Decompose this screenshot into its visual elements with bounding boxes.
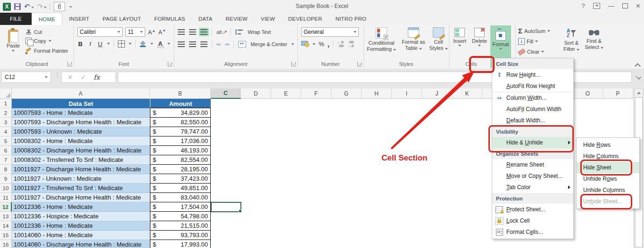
sort-filter-button[interactable]: AZ Sort &Filter xyxy=(561,26,582,52)
minimize-icon[interactable]: — xyxy=(608,2,614,9)
paste-button[interactable]: Paste xyxy=(3,27,24,65)
underline-button[interactable]: U xyxy=(97,40,103,48)
submenu-item-hide-rows[interactable]: Hide Rows xyxy=(577,139,639,151)
row-header-2[interactable]: 2 xyxy=(0,108,12,118)
name-box[interactable]: C12 xyxy=(1,72,51,83)
table-row-7-label[interactable]: 10008302 - Trnsferred To Snf : Medicate xyxy=(12,155,150,165)
table-row-12-amount[interactable]: $17,504.00 xyxy=(150,202,211,212)
font-dialog-launcher[interactable] xyxy=(168,62,173,66)
number-format-combo[interactable]: General xyxy=(301,27,359,37)
align-center-icon[interactable] xyxy=(189,41,196,47)
column-header-P[interactable]: P xyxy=(603,88,633,99)
menu-item-autofit-row-height[interactable]: AutoFit Row Height xyxy=(492,80,573,92)
collapse-ribbon-icon[interactable] xyxy=(636,63,640,66)
shrink-font-button[interactable]: A▼ xyxy=(158,29,166,36)
middle-align-icon[interactable] xyxy=(189,29,196,35)
table-row-9-amount[interactable]: $37,423.00 xyxy=(150,174,211,184)
close-icon[interactable]: × xyxy=(636,2,640,9)
grow-font-button[interactable]: A▲ xyxy=(148,29,156,36)
wrap-text-button[interactable]: Wrap Text xyxy=(248,29,271,35)
accounting-dropdown[interactable] xyxy=(313,43,315,45)
table-row-14-label[interactable]: 10012336 - Home : Medicate xyxy=(12,221,150,231)
find-select-button[interactable]: Find &Select xyxy=(583,26,605,50)
italic-button[interactable]: I xyxy=(87,40,93,48)
row-header-6[interactable]: 6 xyxy=(0,146,12,155)
align-right-icon[interactable] xyxy=(200,41,207,47)
comma-style-button[interactable]: , xyxy=(328,40,330,48)
tab-review[interactable]: REVIEW xyxy=(219,13,255,25)
table-row-16-label[interactable]: 10014060 - Discharge Home Health : Medic… xyxy=(12,240,150,248)
row-header-7[interactable]: 7 xyxy=(0,155,12,165)
menu-item-default-width[interactable]: Default Width... xyxy=(492,115,573,126)
table-row-3-amount[interactable]: $82,550.00 xyxy=(150,117,211,127)
menu-item-format-cells[interactable]: Format Cells... xyxy=(492,226,573,238)
submenu-item-unhide-rows[interactable]: Unhide Rows xyxy=(577,173,639,184)
increase-decimal-icon[interactable]: ←.0.00 xyxy=(337,40,344,48)
column-header-E[interactable]: E xyxy=(271,88,301,99)
row-header-13[interactable]: 13 xyxy=(0,212,12,221)
table-row-3-label[interactable]: 10007593 - Discharge Home Health : Medic… xyxy=(12,118,150,127)
insert-button[interactable]: Insert xyxy=(450,25,470,47)
column-header-A[interactable]: A xyxy=(12,88,150,99)
bold-button[interactable]: B xyxy=(77,40,83,48)
column-header-K[interactable]: K xyxy=(452,88,482,99)
table-row-15-amount[interactable]: $93,793.00 xyxy=(150,230,211,240)
table-row-11-label[interactable]: 10011927 - Discharge Home Health : Medic… xyxy=(12,193,150,202)
bottom-align-icon[interactable] xyxy=(200,29,207,35)
table-row-8-amount[interactable]: $28,195.00 xyxy=(150,164,211,174)
menu-item-move-or-copy-sheet[interactable]: Move or Copy Sheet... xyxy=(492,170,573,182)
format-painter-button[interactable]: Format Painter xyxy=(25,47,68,55)
row-header-15[interactable]: 15 xyxy=(0,231,12,240)
table-row-11-amount[interactable]: $83,040.00 xyxy=(150,192,211,202)
delete-button[interactable]: Delete xyxy=(470,25,489,47)
conditional-formatting-button[interactable]: ConditionalFormatting xyxy=(365,25,397,52)
cell-styles-button[interactable]: CellStyles xyxy=(429,25,448,51)
row-header-9[interactable]: 9 xyxy=(0,174,12,184)
table-row-8-label[interactable]: 10011927 - Discharge Home Health : Medic… xyxy=(12,165,150,174)
menu-item-tab-color[interactable]: Tab Color xyxy=(492,182,573,193)
underline-dropdown[interactable] xyxy=(107,43,110,45)
borders-dropdown[interactable] xyxy=(129,43,132,45)
row-header-11[interactable]: 11 xyxy=(0,193,12,202)
accounting-format-icon[interactable] xyxy=(301,41,309,47)
row-header-10[interactable]: 10 xyxy=(0,184,12,193)
table-row-5-label[interactable]: 10008302 - Home : Medicate xyxy=(12,136,150,146)
row-header-8[interactable]: 8 xyxy=(0,165,12,174)
font-name-combo[interactable]: Calibri xyxy=(77,27,123,37)
help-icon[interactable]: ? xyxy=(581,2,585,9)
merge-center-dropdown[interactable] xyxy=(291,43,294,45)
font-color-icon[interactable]: A xyxy=(157,40,164,47)
submenu-item-hide-sheet[interactable]: Hide Sheet xyxy=(577,162,639,173)
row-header-12[interactable]: 12 xyxy=(0,202,12,212)
column-header-D[interactable]: D xyxy=(241,88,271,99)
header-cell-amount[interactable]: Amount xyxy=(150,99,211,108)
menu-item-hide-unhide[interactable]: Hide & Unhide xyxy=(492,137,573,148)
active-cell-C12[interactable] xyxy=(211,202,241,212)
menu-item-rename-sheet[interactable]: Rename Sheet xyxy=(492,159,573,170)
row-header-16[interactable]: 16 xyxy=(0,240,12,248)
ribbon-display-options-icon[interactable] xyxy=(593,3,600,9)
scroll-up-icon[interactable] xyxy=(635,89,643,97)
row-header-4[interactable]: 4 xyxy=(0,127,12,136)
row-header-5[interactable]: 5 xyxy=(0,136,12,146)
tab-data[interactable]: DATA xyxy=(192,13,219,25)
column-header-O[interactable]: O xyxy=(573,88,603,99)
merge-center-button[interactable]: Merge & Center xyxy=(250,41,287,47)
row-header-14[interactable]: 14 xyxy=(0,221,12,231)
table-row-4-label[interactable]: 10007593 - Unknown : Medicate xyxy=(12,127,150,136)
table-row-13-amount[interactable]: $54,798.00 xyxy=(150,211,211,221)
menu-item-column-width[interactable]: ↔Column Width... xyxy=(492,92,573,104)
tab-page-layout[interactable]: PAGE LAYOUT xyxy=(96,13,148,25)
table-row-10-amount[interactable]: $49,851.00 xyxy=(150,183,211,193)
table-row-6-label[interactable]: 10008302 - Discharge Home Health : Medic… xyxy=(12,146,150,155)
autosum-button[interactable]: Σ AutoSum xyxy=(518,27,550,35)
font-color-dropdown[interactable] xyxy=(167,43,170,45)
row-header-1[interactable]: 1 xyxy=(0,99,12,108)
alignment-dialog-launcher[interactable] xyxy=(291,62,296,66)
menu-item-protect-sheet[interactable]: Protect Sheet... xyxy=(492,204,573,215)
header-cell-data-set[interactable]: Data Set xyxy=(12,99,150,108)
top-align-icon[interactable] xyxy=(178,29,185,35)
insert-function-icon[interactable]: fx xyxy=(93,73,99,81)
increase-indent-icon[interactable]: ⇨ xyxy=(225,41,229,48)
tab-view[interactable]: VIEW xyxy=(254,13,281,25)
